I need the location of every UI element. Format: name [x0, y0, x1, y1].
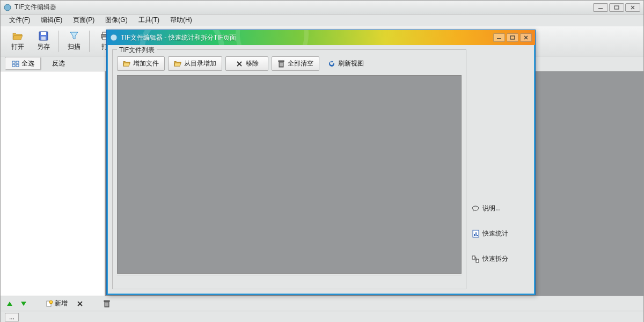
- toolbar-separator: [58, 31, 59, 52]
- clear-all-button[interactable]: 全部清空: [272, 56, 319, 71]
- refresh-label: 刷新视图: [338, 59, 364, 68]
- app-icon: [4, 4, 11, 11]
- svg-rect-14: [16, 64, 19, 67]
- scan-button[interactable]: 扫描: [61, 28, 87, 54]
- new-label: 新增: [55, 299, 68, 308]
- select-all-label: 全选: [21, 59, 34, 68]
- move-up-button[interactable]: [5, 301, 14, 307]
- menu-help[interactable]: 帮助(H): [166, 14, 196, 26]
- dialog-window-controls: [493, 33, 532, 42]
- svg-point-0: [4, 4, 11, 11]
- refresh-view-button[interactable]: 刷新视图: [323, 57, 369, 70]
- invert-selection-button[interactable]: 反选: [46, 57, 71, 70]
- scan-label: 扫描: [68, 42, 80, 52]
- menu-tools[interactable]: 工具(T): [134, 14, 164, 26]
- bottom-toolbar: 新增: [1, 296, 643, 311]
- delete-button[interactable]: [74, 299, 86, 309]
- svg-point-36: [472, 206, 479, 210]
- save-button[interactable]: 另存: [31, 28, 56, 54]
- folder-open-icon: [123, 60, 130, 68]
- tif-file-list-fieldset: TIF文件列表 增加文件 从目录增加 移除 全部清空: [112, 49, 466, 289]
- clear-all-label: 全部清空: [288, 59, 313, 68]
- move-down-button[interactable]: [19, 301, 28, 307]
- quick-stat-split-dialog: TIF文件编辑器 - 快速统计和拆分TIF页面 TIF文件列表 增加文件 从目录…: [106, 30, 536, 295]
- quick-split-button[interactable]: 快速拆分: [471, 253, 530, 265]
- dialog-close-button[interactable]: [520, 33, 532, 42]
- open-label: 打开: [11, 42, 24, 52]
- maximize-button[interactable]: [609, 3, 624, 12]
- help-button[interactable]: 说明...: [471, 203, 530, 214]
- funnel-icon: [69, 31, 79, 41]
- svg-rect-40: [477, 235, 478, 236]
- svg-rect-13: [12, 64, 15, 67]
- svg-rect-41: [472, 256, 475, 259]
- svg-rect-42: [476, 259, 479, 262]
- remove-x-icon: [236, 60, 243, 68]
- svg-rect-39: [475, 232, 477, 236]
- save-label: 另存: [37, 42, 50, 52]
- select-all-icon: [12, 60, 19, 68]
- tif-file-list[interactable]: [117, 75, 462, 274]
- svg-rect-11: [12, 61, 15, 63]
- help-label: 说明...: [482, 204, 501, 213]
- window-controls: [593, 3, 640, 12]
- fieldset-legend: TIF文件列表: [117, 46, 157, 55]
- menu-edit[interactable]: 编辑(E): [36, 14, 67, 26]
- dialog-title: TIF文件编辑器 - 快速统计和拆分TIF页面: [121, 33, 493, 42]
- main-titlebar: TIF文件编辑器: [1, 1, 643, 14]
- dialog-toolbar: 增加文件 从目录增加 移除 全部清空 刷新视图: [117, 56, 462, 71]
- svg-rect-2: [614, 6, 619, 9]
- dialog-body: TIF文件列表 增加文件 从目录增加 移除 全部清空: [107, 45, 535, 295]
- dialog-side-actions: 说明... 快速统计 快速拆分: [471, 49, 530, 289]
- main-window-title: TIF文件编辑器: [14, 3, 593, 12]
- remove-label: 移除: [246, 59, 259, 68]
- dialog-titlebar[interactable]: TIF文件编辑器 - 快速统计和拆分TIF页面: [107, 30, 535, 45]
- trash-icon: [103, 300, 111, 308]
- refresh-icon: [328, 60, 335, 68]
- menu-page[interactable]: 页面(P): [69, 14, 99, 26]
- add-file-button[interactable]: 增加文件: [117, 56, 165, 71]
- menu-file[interactable]: 文件(F): [5, 14, 34, 26]
- svg-rect-7: [41, 36, 46, 40]
- select-all-button[interactable]: 全选: [5, 57, 41, 70]
- menubar: 文件(F) 编辑(E) 页面(P) 图像(G) 工具(T) 帮助(H): [1, 14, 643, 26]
- close-button[interactable]: [625, 3, 640, 12]
- svg-rect-32: [279, 61, 284, 62]
- list-footer: [117, 275, 462, 284]
- arrow-down-icon: [21, 302, 26, 306]
- add-folder-label: 从目录增加: [184, 59, 216, 68]
- svg-rect-20: [104, 301, 109, 302]
- menu-image[interactable]: 图像(G): [101, 14, 131, 26]
- trash-icon: [277, 60, 285, 68]
- stat-page-icon: [472, 230, 479, 238]
- svg-rect-38: [474, 234, 475, 236]
- add-file-label: 增加文件: [133, 59, 159, 68]
- side-panel: [1, 71, 105, 296]
- dialog-app-icon: [110, 34, 118, 41]
- new-doc-icon: [46, 300, 53, 308]
- dialog-maximize-button[interactable]: [507, 33, 518, 42]
- trash-button[interactable]: [101, 299, 113, 309]
- quick-stat-label: 快速统计: [482, 229, 508, 238]
- svg-point-16: [49, 301, 53, 304]
- quick-split-label: 快速拆分: [482, 254, 508, 264]
- status-box[interactable]: ...: [5, 313, 19, 321]
- new-button[interactable]: 新增: [43, 298, 70, 309]
- delete-x-icon: [76, 300, 84, 308]
- arrow-up-icon: [7, 302, 12, 306]
- svg-rect-12: [16, 61, 19, 63]
- toolbar-separator: [89, 31, 90, 52]
- folder-open-icon: [174, 60, 181, 68]
- minimize-button[interactable]: [593, 3, 608, 12]
- svg-rect-6: [41, 32, 46, 35]
- dialog-minimize-button[interactable]: [493, 33, 505, 42]
- svg-point-24: [111, 34, 117, 41]
- open-button[interactable]: 打开: [5, 28, 31, 54]
- quick-stat-button[interactable]: 快速统计: [471, 228, 530, 239]
- remove-button[interactable]: 移除: [225, 56, 268, 71]
- folder-open-icon: [12, 31, 23, 41]
- split-icon: [472, 255, 479, 263]
- statusbar: ...: [1, 311, 643, 322]
- svg-rect-26: [510, 36, 515, 39]
- add-from-folder-button[interactable]: 从目录增加: [168, 56, 222, 71]
